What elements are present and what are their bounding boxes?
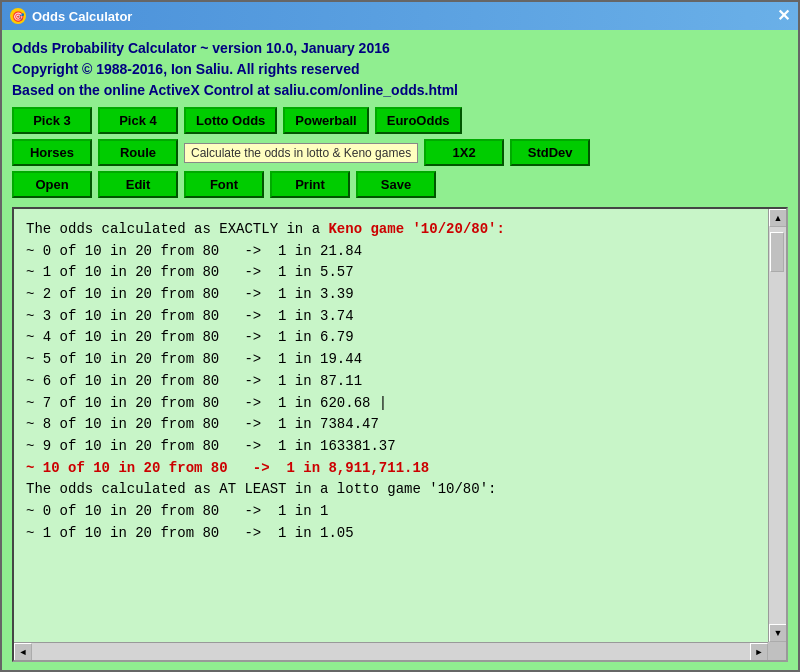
window-title: Odds Calculator bbox=[32, 9, 132, 24]
output-line: ~ 1 of 10 in 20 from 80 -> 1 in 1.05 bbox=[26, 523, 756, 545]
euro-odds-button[interactable]: EuroOdds bbox=[375, 107, 462, 134]
lotto-odds-button[interactable]: Lotto Odds bbox=[184, 107, 277, 134]
output-line: ~ 1 of 10 in 20 from 80 -> 1 in 5.57 bbox=[26, 262, 756, 284]
output-area-container: The odds calculated as EXACTLY in a Keno… bbox=[12, 207, 788, 662]
scroll-thumb-v[interactable] bbox=[770, 232, 784, 272]
pick3-button[interactable]: Pick 3 bbox=[12, 107, 92, 134]
font-button[interactable]: Font bbox=[184, 171, 264, 198]
toolbar-row2: Horses Roule Calculate the odds in lotto… bbox=[12, 139, 788, 166]
title-bar: 🎯 Odds Calculator ✕ bbox=[2, 2, 798, 30]
scroll-down-button[interactable]: ▼ bbox=[769, 624, 787, 642]
header-line1: Odds Probability Calculator ~ version 10… bbox=[12, 38, 788, 59]
output-line: ~ 7 of 10 in 20 from 80 -> 1 in 620.68 | bbox=[26, 393, 756, 415]
output-line: ~ 6 of 10 in 20 from 80 -> 1 in 87.11 bbox=[26, 371, 756, 393]
header-line3: Based on the online ActiveX Control at s… bbox=[12, 80, 788, 101]
horses-button[interactable]: Horses bbox=[12, 139, 92, 166]
output-line: ~ 10 of 10 in 20 from 80 -> 1 in 8,911,7… bbox=[26, 458, 756, 480]
output-line: ~ 0 of 10 in 20 from 80 -> 1 in 21.84 bbox=[26, 241, 756, 263]
1x2-button[interactable]: 1X2 bbox=[424, 139, 504, 166]
title-bar-left: 🎯 Odds Calculator bbox=[10, 8, 132, 24]
main-window: 🎯 Odds Calculator ✕ Odds Probability Cal… bbox=[0, 0, 800, 672]
output-line: The odds calculated as EXACTLY in a Keno… bbox=[26, 219, 756, 241]
output-line: ~ 2 of 10 in 20 from 80 -> 1 in 3.39 bbox=[26, 284, 756, 306]
app-icon: 🎯 bbox=[10, 8, 26, 24]
powerball-button[interactable]: Powerball bbox=[283, 107, 368, 134]
stddev-button[interactable]: StdDev bbox=[510, 139, 590, 166]
vertical-scrollbar[interactable]: ▲ ▼ bbox=[768, 209, 786, 642]
output-line: ~ 4 of 10 in 20 from 80 -> 1 in 6.79 bbox=[26, 327, 756, 349]
scroll-track-h[interactable] bbox=[32, 643, 750, 660]
scroll-left-button[interactable]: ◄ bbox=[14, 643, 32, 661]
output-line: The odds calculated as AT LEAST in a lot… bbox=[26, 479, 756, 501]
scrollbar-corner bbox=[768, 642, 786, 660]
scroll-up-button[interactable]: ▲ bbox=[769, 209, 787, 227]
tooltip-text: Calculate the odds in lotto & Keno games bbox=[184, 143, 418, 163]
output-line: ~ 8 of 10 in 20 from 80 -> 1 in 7384.47 bbox=[26, 414, 756, 436]
window-content: Odds Probability Calculator ~ version 10… bbox=[2, 30, 798, 670]
toolbar-row3: Open Edit Font Print Save bbox=[12, 171, 788, 198]
edit-button[interactable]: Edit bbox=[98, 171, 178, 198]
pick4-button[interactable]: Pick 4 bbox=[98, 107, 178, 134]
save-button[interactable]: Save bbox=[356, 171, 436, 198]
output-line: ~ 3 of 10 in 20 from 80 -> 1 in 3.74 bbox=[26, 306, 756, 328]
roulette-button[interactable]: Roule bbox=[98, 139, 178, 166]
header-line2: Copyright © 1988-2016, Ion Saliu. All ri… bbox=[12, 59, 788, 80]
scroll-track-v[interactable] bbox=[769, 227, 786, 624]
output-line: ~ 0 of 10 in 20 from 80 -> 1 in 1 bbox=[26, 501, 756, 523]
header-block: Odds Probability Calculator ~ version 10… bbox=[12, 38, 788, 101]
print-button[interactable]: Print bbox=[270, 171, 350, 198]
output-area[interactable]: The odds calculated as EXACTLY in a Keno… bbox=[14, 209, 768, 660]
output-line: ~ 9 of 10 in 20 from 80 -> 1 in 163381.3… bbox=[26, 436, 756, 458]
output-line: ~ 5 of 10 in 20 from 80 -> 1 in 19.44 bbox=[26, 349, 756, 371]
open-button[interactable]: Open bbox=[12, 171, 92, 198]
horizontal-scrollbar[interactable]: ◄ ► bbox=[14, 642, 768, 660]
scroll-right-button[interactable]: ► bbox=[750, 643, 768, 661]
close-button[interactable]: ✕ bbox=[777, 8, 790, 24]
toolbar-row1: Pick 3 Pick 4 Lotto Odds Powerball EuroO… bbox=[12, 107, 788, 134]
